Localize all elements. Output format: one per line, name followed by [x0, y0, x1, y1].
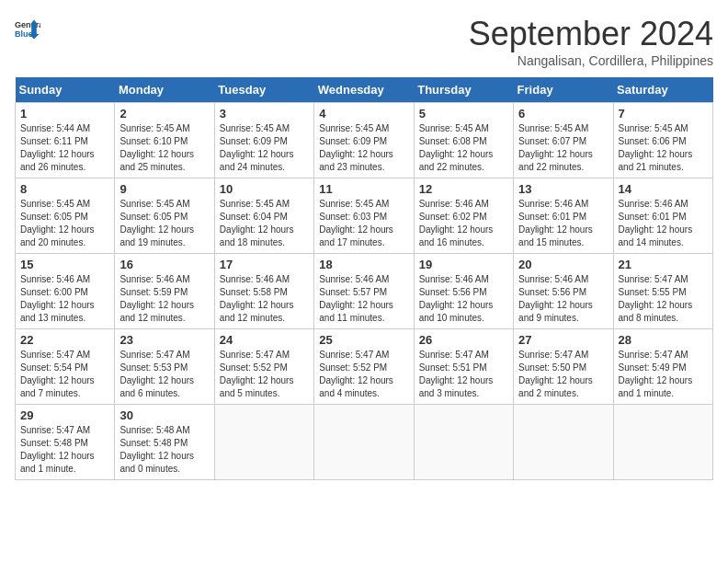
day-info: Sunrise: 5:46 AM Sunset: 6:01 PM Dayligh…	[619, 198, 708, 249]
day-number: 13	[518, 182, 608, 196]
calendar-cell: 7Sunrise: 5:45 AM Sunset: 6:06 PM Daylig…	[613, 103, 712, 178]
day-number: 26	[419, 333, 508, 347]
calendar-table: SundayMondayTuesdayWednesdayThursdayFrid…	[15, 77, 713, 480]
month-title: September 2024	[469, 15, 713, 53]
day-info: Sunrise: 5:45 AM Sunset: 6:06 PM Dayligh…	[619, 122, 708, 174]
calendar-cell: 13Sunrise: 5:46 AM Sunset: 6:01 PM Dayli…	[514, 178, 613, 254]
day-info: Sunrise: 5:48 AM Sunset: 5:48 PM Dayligh…	[119, 424, 209, 476]
day-info: Sunrise: 5:46 AM Sunset: 5:57 PM Dayligh…	[319, 273, 408, 325]
day-number: 3	[220, 107, 309, 121]
day-info: Sunrise: 5:45 AM Sunset: 6:07 PM Dayligh…	[518, 122, 608, 174]
calendar-cell: 9Sunrise: 5:45 AM Sunset: 6:05 PM Daylig…	[115, 178, 214, 254]
day-number: 30	[119, 408, 209, 422]
calendar-cell: 12Sunrise: 5:46 AM Sunset: 6:02 PM Dayli…	[414, 178, 513, 254]
calendar-cell: 29Sunrise: 5:47 AM Sunset: 5:48 PM Dayli…	[16, 405, 115, 480]
day-info: Sunrise: 5:47 AM Sunset: 5:52 PM Dayligh…	[220, 349, 309, 400]
day-info: Sunrise: 5:46 AM Sunset: 5:56 PM Dayligh…	[419, 273, 508, 325]
calendar-cell: 1Sunrise: 5:44 AM Sunset: 6:11 PM Daylig…	[16, 103, 115, 178]
calendar-week-5: 29Sunrise: 5:47 AM Sunset: 5:48 PM Dayli…	[16, 405, 713, 480]
day-info: Sunrise: 5:45 AM Sunset: 6:08 PM Dayligh…	[419, 122, 508, 174]
day-number: 2	[119, 107, 209, 121]
day-info: Sunrise: 5:47 AM Sunset: 5:49 PM Dayligh…	[619, 349, 708, 400]
day-number: 20	[518, 258, 608, 271]
calendar-cell: 28Sunrise: 5:47 AM Sunset: 5:49 PM Dayli…	[613, 329, 712, 405]
day-number: 8	[20, 182, 109, 196]
calendar-cell: 19Sunrise: 5:46 AM Sunset: 5:56 PM Dayli…	[414, 254, 513, 329]
weekday-header-saturday: Saturday	[613, 77, 712, 103]
calendar-cell: 26Sunrise: 5:47 AM Sunset: 5:51 PM Dayli…	[414, 329, 513, 405]
day-number: 12	[419, 182, 508, 196]
day-number: 6	[518, 107, 608, 121]
day-number: 11	[319, 182, 408, 196]
weekday-header-thursday: Thursday	[414, 77, 513, 103]
logo: General Blue	[15, 15, 40, 40]
day-number: 15	[20, 258, 109, 271]
calendar-cell: 30Sunrise: 5:48 AM Sunset: 5:48 PM Dayli…	[115, 405, 214, 480]
day-info: Sunrise: 5:45 AM Sunset: 6:09 PM Dayligh…	[319, 122, 408, 174]
calendar-cell: 25Sunrise: 5:47 AM Sunset: 5:52 PM Dayli…	[314, 329, 414, 405]
title-block: September 2024 Nangalisan, Cordillera, P…	[469, 15, 713, 68]
calendar-week-4: 22Sunrise: 5:47 AM Sunset: 5:54 PM Dayli…	[16, 329, 713, 405]
day-info: Sunrise: 5:45 AM Sunset: 6:10 PM Dayligh…	[119, 122, 209, 174]
day-number: 22	[20, 333, 109, 347]
calendar-cell: 5Sunrise: 5:45 AM Sunset: 6:08 PM Daylig…	[414, 103, 513, 178]
calendar-cell: 24Sunrise: 5:47 AM Sunset: 5:52 PM Dayli…	[214, 329, 313, 405]
calendar-cell: 11Sunrise: 5:45 AM Sunset: 6:03 PM Dayli…	[314, 178, 414, 254]
weekday-header-tuesday: Tuesday	[214, 77, 313, 103]
calendar-cell: 6Sunrise: 5:45 AM Sunset: 6:07 PM Daylig…	[514, 103, 613, 178]
page-header: General Blue September 2024 Nangalisan, …	[15, 15, 713, 68]
calendar-week-2: 8Sunrise: 5:45 AM Sunset: 6:05 PM Daylig…	[16, 178, 713, 254]
calendar-cell	[414, 405, 513, 480]
calendar-cell: 8Sunrise: 5:45 AM Sunset: 6:05 PM Daylig…	[16, 178, 115, 254]
calendar-cell: 18Sunrise: 5:46 AM Sunset: 5:57 PM Dayli…	[314, 254, 414, 329]
day-info: Sunrise: 5:46 AM Sunset: 5:59 PM Dayligh…	[119, 273, 209, 325]
day-info: Sunrise: 5:47 AM Sunset: 5:52 PM Dayligh…	[319, 349, 408, 400]
calendar-cell: 23Sunrise: 5:47 AM Sunset: 5:53 PM Dayli…	[115, 329, 214, 405]
day-info: Sunrise: 5:45 AM Sunset: 6:05 PM Dayligh…	[20, 198, 109, 249]
day-info: Sunrise: 5:45 AM Sunset: 6:03 PM Dayligh…	[319, 198, 408, 249]
day-number: 29	[20, 408, 109, 422]
day-number: 10	[220, 182, 309, 196]
calendar-body: 1Sunrise: 5:44 AM Sunset: 6:11 PM Daylig…	[16, 103, 713, 480]
day-info: Sunrise: 5:45 AM Sunset: 6:05 PM Dayligh…	[119, 198, 209, 249]
day-number: 14	[619, 182, 708, 196]
calendar-cell: 20Sunrise: 5:46 AM Sunset: 5:56 PM Dayli…	[514, 254, 613, 329]
weekday-header-sunday: Sunday	[16, 77, 115, 103]
weekday-header-row: SundayMondayTuesdayWednesdayThursdayFrid…	[16, 77, 713, 103]
day-info: Sunrise: 5:46 AM Sunset: 6:00 PM Dayligh…	[20, 273, 109, 325]
day-info: Sunrise: 5:47 AM Sunset: 5:48 PM Dayligh…	[20, 424, 109, 476]
calendar-cell: 17Sunrise: 5:46 AM Sunset: 5:58 PM Dayli…	[214, 254, 313, 329]
calendar-cell: 3Sunrise: 5:45 AM Sunset: 6:09 PM Daylig…	[214, 103, 313, 178]
day-info: Sunrise: 5:44 AM Sunset: 6:11 PM Dayligh…	[20, 122, 109, 174]
day-info: Sunrise: 5:46 AM Sunset: 6:01 PM Dayligh…	[518, 198, 608, 249]
day-number: 18	[319, 258, 408, 271]
calendar-cell	[613, 405, 712, 480]
calendar-cell	[314, 405, 414, 480]
day-info: Sunrise: 5:45 AM Sunset: 6:04 PM Dayligh…	[220, 198, 309, 249]
day-number: 17	[220, 258, 309, 271]
calendar-cell: 10Sunrise: 5:45 AM Sunset: 6:04 PM Dayli…	[214, 178, 313, 254]
day-info: Sunrise: 5:47 AM Sunset: 5:50 PM Dayligh…	[518, 349, 608, 400]
day-info: Sunrise: 5:47 AM Sunset: 5:53 PM Dayligh…	[119, 349, 209, 400]
calendar-cell: 14Sunrise: 5:46 AM Sunset: 6:01 PM Dayli…	[613, 178, 712, 254]
calendar-week-3: 15Sunrise: 5:46 AM Sunset: 6:00 PM Dayli…	[16, 254, 713, 329]
day-info: Sunrise: 5:46 AM Sunset: 6:02 PM Dayligh…	[419, 198, 508, 249]
day-number: 25	[319, 333, 408, 347]
weekday-header-wednesday: Wednesday	[314, 77, 414, 103]
day-info: Sunrise: 5:47 AM Sunset: 5:55 PM Dayligh…	[619, 273, 708, 325]
calendar-cell: 4Sunrise: 5:45 AM Sunset: 6:09 PM Daylig…	[314, 103, 414, 178]
day-number: 9	[119, 182, 209, 196]
location: Nangalisan, Cordillera, Philippines	[469, 53, 713, 68]
day-info: Sunrise: 5:46 AM Sunset: 5:58 PM Dayligh…	[220, 273, 309, 325]
calendar-cell: 15Sunrise: 5:46 AM Sunset: 6:00 PM Dayli…	[16, 254, 115, 329]
calendar-cell: 16Sunrise: 5:46 AM Sunset: 5:59 PM Dayli…	[115, 254, 214, 329]
calendar-cell: 2Sunrise: 5:45 AM Sunset: 6:10 PM Daylig…	[115, 103, 214, 178]
calendar-cell: 21Sunrise: 5:47 AM Sunset: 5:55 PM Dayli…	[613, 254, 712, 329]
day-info: Sunrise: 5:47 AM Sunset: 5:51 PM Dayligh…	[419, 349, 508, 400]
day-info: Sunrise: 5:46 AM Sunset: 5:56 PM Dayligh…	[518, 273, 608, 325]
day-number: 27	[518, 333, 608, 347]
svg-text:Blue: Blue	[15, 29, 33, 39]
day-number: 24	[220, 333, 309, 347]
day-number: 7	[619, 107, 708, 121]
weekday-header-friday: Friday	[514, 77, 613, 103]
